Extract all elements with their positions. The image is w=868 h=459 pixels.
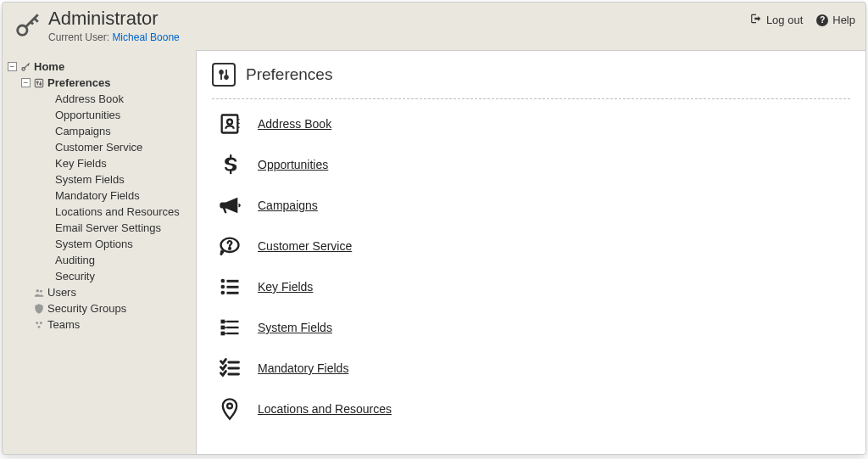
svg-point-18	[221, 285, 225, 289]
tree-label-home: Home	[34, 60, 64, 73]
tree-item-home[interactable]: − Home	[8, 59, 191, 75]
help-label: Help	[832, 14, 855, 26]
svg-point-16	[221, 279, 225, 283]
divider	[212, 98, 850, 99]
svg-point-15	[229, 248, 231, 249]
svg-point-4	[40, 83, 42, 85]
svg-point-9	[38, 325, 41, 327]
svg-point-11	[225, 76, 228, 79]
svg-point-3	[36, 81, 38, 82]
svg-point-28	[227, 404, 232, 409]
tree-item-teams[interactable]: Teams	[8, 316, 191, 333]
help-icon: ?	[816, 14, 828, 26]
main-title: Preferences	[246, 65, 332, 84]
pref-item-system-fields[interactable]: System Fields	[217, 315, 850, 340]
pref-item-address-book[interactable]: Address Book	[217, 111, 850, 137]
list-icon	[217, 274, 242, 299]
pref-item-customer-service[interactable]: Customer Service	[217, 233, 850, 259]
address-book-icon	[217, 111, 242, 137]
sidebar-item-auditing[interactable]: Auditing	[55, 252, 191, 268]
key-icon	[13, 11, 42, 40]
app-window: Administrator Current User: Micheal Boon…	[2, 2, 866, 455]
collapse-icon[interactable]: −	[8, 62, 17, 71]
svg-point-7	[36, 322, 38, 324]
sidebar-item-address-book[interactable]: Address Book	[55, 91, 191, 107]
body: − Home − Preferences Address Book Opport…	[3, 50, 865, 454]
main-header: Preferences	[212, 63, 850, 95]
collapse-icon[interactable]: −	[21, 78, 31, 87]
svg-point-10	[220, 70, 223, 74]
pref-item-mandatory-fields[interactable]: Mandatory Fields	[217, 355, 850, 381]
sidebar-item-system-options[interactable]: System Options	[55, 236, 191, 252]
sidebar-item-customer-service[interactable]: Customer Service	[55, 139, 191, 155]
svg-rect-21	[227, 292, 239, 294]
megaphone-icon	[217, 193, 242, 218]
svg-point-6	[40, 289, 42, 292]
help-button[interactable]: ? Help	[816, 14, 855, 26]
current-user-link[interactable]: Micheal Boone	[112, 31, 179, 43]
sidebar-item-key-fields[interactable]: Key Fields	[55, 155, 191, 171]
logout-button[interactable]: Log out	[750, 13, 803, 27]
header: Administrator Current User: Micheal Boon…	[3, 3, 865, 50]
pref-link: Key Fields	[258, 280, 313, 294]
pref-link: Campaigns	[258, 199, 318, 212]
main-content: Preferences Address Book Opportu	[196, 50, 865, 454]
tree-item-preferences[interactable]: − Preferences	[8, 75, 191, 91]
key-icon	[19, 61, 31, 73]
tree-item-security-groups[interactable]: Security Groups	[8, 300, 191, 316]
sliders-icon	[212, 63, 236, 87]
svg-point-0	[18, 25, 27, 35]
sidebar: − Home − Preferences Address Book Opport…	[3, 50, 196, 454]
svg-rect-23	[227, 321, 239, 322]
preferences-list: Address Book Opportunities Campaigns	[212, 111, 850, 422]
svg-rect-22	[221, 320, 225, 324]
svg-rect-17	[227, 280, 239, 283]
sidebar-item-opportunities[interactable]: Opportunities	[55, 107, 191, 123]
header-left: Administrator Current User: Micheal Boon…	[13, 8, 750, 43]
sidebar-item-mandatory-fields[interactable]: Mandatory Fields	[55, 188, 191, 204]
sidebar-item-campaigns[interactable]: Campaigns	[55, 123, 191, 139]
system-fields-icon	[217, 315, 242, 340]
pref-link: Locations and Resources	[258, 402, 392, 416]
location-icon	[217, 396, 242, 422]
svg-point-5	[36, 288, 40, 292]
sliders-icon	[33, 77, 45, 89]
header-right: Log out ? Help	[750, 8, 855, 27]
question-bubble-icon	[217, 233, 242, 259]
pref-link: System Fields	[258, 321, 332, 334]
pref-item-key-fields[interactable]: Key Fields	[217, 274, 850, 299]
pref-item-locations-resources[interactable]: Locations and Resources	[217, 396, 850, 422]
sidebar-item-email-server-settings[interactable]: Email Server Settings	[55, 220, 191, 236]
sidebar-item-locations-resources[interactable]: Locations and Resources	[55, 204, 191, 220]
team-icon	[33, 319, 45, 331]
pref-link: Customer Service	[258, 239, 352, 253]
pref-item-campaigns[interactable]: Campaigns	[217, 193, 850, 218]
svg-rect-19	[227, 286, 239, 288]
pref-link: Mandatory Fields	[258, 361, 348, 375]
pref-item-opportunities[interactable]: Opportunities	[217, 152, 850, 177]
tree-label-users: Users	[47, 286, 76, 299]
sidebar-item-security[interactable]: Security	[55, 268, 191, 284]
svg-point-13	[227, 120, 232, 125]
page-title: Administrator	[48, 8, 180, 30]
svg-rect-2	[35, 79, 42, 87]
svg-rect-26	[221, 332, 225, 336]
sidebar-item-system-fields[interactable]: System Fields	[55, 171, 191, 188]
pref-link: Opportunities	[258, 158, 328, 171]
tree-label-preferences: Preferences	[47, 76, 110, 89]
current-user: Current User: Micheal Boone	[48, 31, 180, 43]
svg-rect-25	[227, 327, 239, 328]
tree-item-users[interactable]: Users	[8, 284, 191, 300]
svg-rect-24	[221, 326, 225, 330]
tree-label-security-groups: Security Groups	[47, 302, 126, 315]
users-icon	[33, 287, 45, 299]
svg-point-8	[40, 322, 42, 324]
svg-rect-27	[227, 333, 239, 334]
dollar-icon	[217, 152, 242, 177]
shield-icon	[33, 303, 45, 315]
preferences-children: Address Book Opportunities Campaigns Cus…	[8, 91, 191, 284]
checklist-icon	[217, 355, 242, 381]
tree-label-teams: Teams	[47, 318, 80, 331]
svg-point-20	[221, 291, 225, 295]
current-user-label: Current User:	[48, 31, 109, 43]
